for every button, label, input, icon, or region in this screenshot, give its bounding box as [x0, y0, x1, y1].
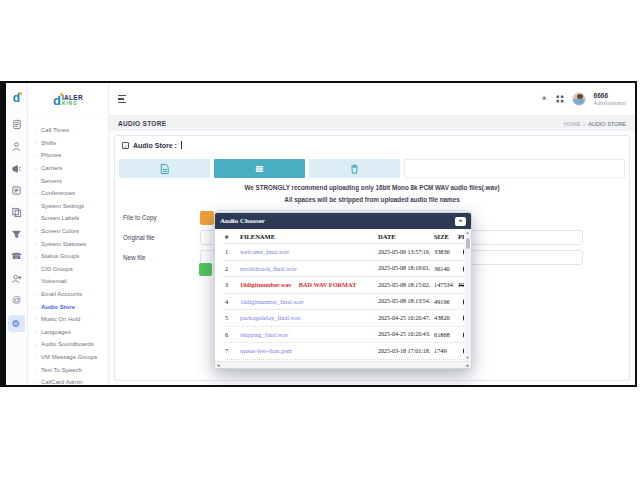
file-date: 2025-04-25 10:20:47. [378, 315, 434, 321]
sidebar-item-screen-colors[interactable]: -Screen Colors [28, 225, 108, 238]
filter-icon[interactable] [9, 227, 24, 242]
file-size: 49196 [434, 298, 458, 305]
table-row[interactable]: 310digitnumber.wavBAD WAV FORMAT2025-05-… [225, 277, 464, 294]
row-index: 7 [225, 347, 240, 354]
sidebar-item-shifts[interactable]: -Shifts [28, 137, 108, 150]
bullet: - [35, 127, 37, 133]
sidebar-item-text-to-speech[interactable]: -Text To Speech [28, 363, 108, 376]
announcement-icon[interactable] [9, 161, 24, 176]
sidebar-item-carriers[interactable]: -Carriers [28, 162, 108, 175]
sidebar-menu: -Call Times-Shifts-Phones-Carriers-Serve… [28, 124, 108, 385]
file-size: 61868 [434, 331, 458, 338]
sidebar-item-label: Text To Speech [41, 367, 82, 373]
bullet: - [35, 354, 37, 360]
sidebar-item-label: System Settings [41, 203, 84, 209]
sidebar-item-label: CallCard Admin [41, 379, 83, 385]
user-icon[interactable] [9, 139, 24, 154]
sidebar-item-audio-soundboards[interactable]: -Audio Soundboards [28, 338, 108, 351]
table-row[interactable]: 7queue-less-than.gsm2025-03-18 17:01:18.… [225, 343, 464, 360]
scripts-icon[interactable] [9, 205, 24, 220]
tab-delete[interactable] [309, 159, 400, 178]
sidebar-item-languages[interactable]: -Languages [28, 326, 108, 339]
app-logo: d IALER KING [28, 83, 108, 119]
file-date: 2025-05-08 18:15:02. [378, 282, 434, 288]
row-index: 1 [225, 248, 240, 255]
theme-toggle-icon[interactable]: ☀ [540, 95, 547, 103]
breadcrumb-current: AUDIO STORE [588, 121, 626, 127]
settings-icon[interactable]: ⚙ [8, 315, 25, 332]
breadcrumb: HOME › AUDIO STORE [564, 121, 626, 127]
top-navbar: ☀ 6666 Administrator [109, 83, 635, 116]
sidebar-item-label: Audio Soundboards [41, 341, 94, 347]
file-size: 33836 [434, 248, 458, 255]
col-index: # [225, 233, 240, 240]
audio-chooser-modal: Audio Chooser × # FILENAME DATE SIZE P [214, 212, 472, 369]
filename-link[interactable]: 10digitnumber_final.wav [240, 298, 304, 305]
user-add-icon[interactable] [9, 271, 24, 286]
sidebar-item-servers[interactable]: -Servers [28, 174, 108, 187]
filename-link[interactable]: shipping_final.wav [240, 331, 288, 338]
row-index: 5 [225, 314, 240, 321]
user-id: 6666 [594, 92, 626, 99]
vertical-scrollbar[interactable]: ▲ ▼ [464, 229, 471, 361]
sidebar-item-system-statuses[interactable]: -System Statuses [28, 237, 108, 250]
bullet: - [35, 266, 37, 272]
horizontal-scrollbar[interactable]: ◂ ▸ [215, 361, 471, 368]
bullet: - [35, 341, 37, 347]
sidebar-item-cid-groups[interactable]: -CID Groups [28, 263, 108, 276]
scroll-down-icon[interactable]: ▼ [466, 355, 470, 360]
lists-icon[interactable] [9, 183, 24, 198]
sidebar-item-screen-labels[interactable]: -Screen Labels [28, 212, 108, 225]
sidebar-item-email-accounts[interactable]: -Email Accounts [28, 288, 108, 301]
breadcrumb-home-link[interactable]: HOME [564, 121, 581, 127]
sidebar-item-label: Phones [41, 152, 61, 158]
bullet: - [35, 228, 37, 234]
apps-grid-icon[interactable] [556, 95, 564, 103]
sidebar-item-audio-store[interactable]: -Audio Store [28, 300, 108, 313]
chat-icon[interactable]: @ [9, 293, 24, 308]
sidebar-item-status-groups[interactable]: -Status Groups [28, 250, 108, 263]
close-icon[interactable]: × [455, 217, 466, 226]
submit-copy-button[interactable] [199, 263, 212, 276]
tab-audio-list[interactable] [214, 159, 305, 178]
sidebar-item-call-times[interactable]: -Call Times [28, 124, 108, 137]
sidebar-item-conferences[interactable]: -Conferences [28, 187, 108, 200]
tab-upload-file[interactable] [119, 159, 210, 178]
table-row[interactable]: 410digitnumber_final.wav2025-05-08 18:13… [225, 294, 464, 311]
table-row[interactable]: 5packagedelay_final.wav2025-04-25 10:20:… [225, 310, 464, 327]
table-row[interactable]: 2invalidtrack_final.wav2025-05-08 18:19:… [225, 261, 464, 278]
scroll-up-icon[interactable]: ▲ [466, 230, 470, 235]
filename-link[interactable]: packagedelay_final.wav [240, 314, 301, 321]
scroll-right-icon[interactable]: ▸ [466, 362, 469, 368]
row-index: 6 [225, 331, 240, 338]
row-index: 3 [225, 281, 240, 288]
card-header: ✓ Audio Store : [115, 136, 629, 149]
hamburger-menu-icon[interactable] [118, 95, 126, 103]
file-size: 1749 [434, 347, 458, 354]
sidebar-item-label: System Statuses [41, 241, 86, 247]
checkbox-icon[interactable]: ✓ [122, 142, 129, 149]
sidebar-item-music-on-hold[interactable]: -Music On Hold [28, 313, 108, 326]
filename-link[interactable]: invalidtrack_final.wav [240, 265, 297, 272]
filename-link[interactable]: queue-less-than.gsm [240, 347, 292, 354]
scroll-left-icon[interactable]: ◂ [217, 362, 220, 368]
user-avatar[interactable] [572, 92, 586, 106]
bullet: - [35, 379, 37, 385]
sidebar-item-phones[interactable]: -Phones [28, 149, 108, 162]
phone-icon[interactable]: ☎ [9, 249, 24, 264]
filename-link[interactable]: 10digitnumber.wav [240, 281, 292, 288]
sidebar-item-voicemail[interactable]: -Voicemail [28, 275, 108, 288]
table-row[interactable]: 1welcome_final.wav2025-05-09 13:57:19.33… [225, 244, 464, 261]
sidebar-item-system-settings[interactable]: -System Settings [28, 200, 108, 213]
documents-icon[interactable] [9, 117, 24, 132]
filename-link[interactable]: welcome_final.wav [240, 248, 289, 255]
text-cursor [181, 141, 182, 149]
page: d ☎ @ ⚙ d IALER KING -Call Times-Shifts-… [0, 0, 640, 480]
choose-file-button[interactable] [200, 211, 214, 225]
bullet: - [35, 165, 37, 171]
sidebar-item-callcard-admin[interactable]: -CallCard Admin [28, 376, 108, 385]
sidebar-item-vm-message-groups[interactable]: -VM Message Groups [28, 351, 108, 364]
scrollbar-thumb[interactable] [466, 238, 470, 249]
table-row[interactable]: 6shipping_final.wav2025-04-25 10:20:43.6… [225, 327, 464, 344]
bullet: - [35, 329, 37, 335]
